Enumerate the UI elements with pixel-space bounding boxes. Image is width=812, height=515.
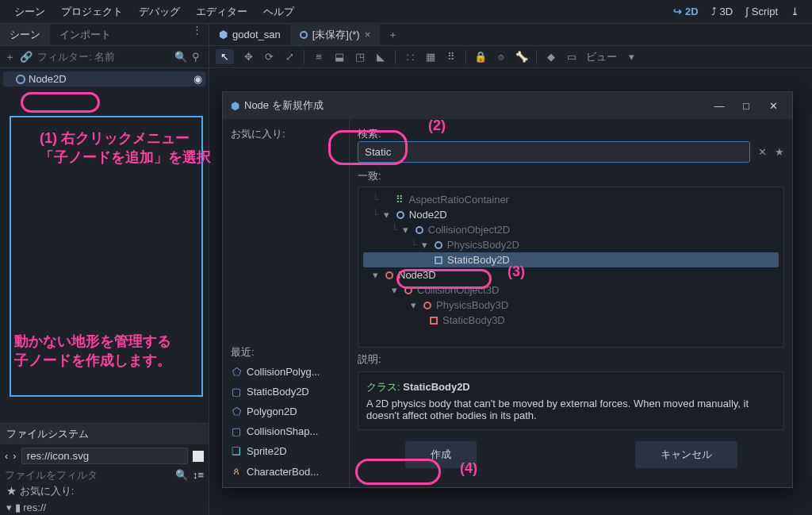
fs-thumb (193, 451, 204, 462)
class-desc: A 2D physics body that can't be moved by… (366, 398, 776, 421)
maximize-icon[interactable]: □ (735, 100, 757, 112)
bone-icon[interactable]: 🦴 (515, 51, 528, 63)
fs-filter-input[interactable] (5, 469, 170, 481)
grid-snap-icon[interactable]: ⸬ (404, 51, 416, 63)
menu-help[interactable]: ヘルプ (255, 5, 302, 19)
misc2-icon[interactable]: ▭ (565, 51, 578, 63)
grid-icon[interactable]: ▦ (424, 51, 437, 63)
menu-editor[interactable]: エディター (188, 5, 255, 19)
left-panel: シーン インポート ⋮ ＋ 🔗 🔍 ⚲ ⋮ Node2D ◉ ファイルシステム … (0, 24, 209, 515)
fs-fwd-icon[interactable]: › (13, 450, 16, 462)
tree-row[interactable]: └▾ CollisionObject2D (363, 222, 779, 237)
rotate-tool[interactable]: ⟳ (262, 51, 275, 63)
match-label: 一致: (358, 169, 784, 183)
favorite-star-icon[interactable]: ★ (775, 146, 784, 158)
scene-toolbar: ＋ 🔗 🔍 ⚲ ⋮ (0, 46, 209, 68)
viewport-toolbar: ↖ ✥ ⟳ ⤢ ≡ ⬓ ◳ ◣ ⸬ ▦ ⠿ 🔒 ⌾ 🦴 ◆ ▭ ビュー ▾ (209, 46, 812, 68)
fs-back-icon[interactable]: ‹ (5, 450, 8, 462)
main-menubar: シーン プロジェクト デバッグ エディター ヘルプ ↪2D ⤴3D ∫Scrip… (0, 0, 812, 24)
view-menu[interactable]: ビュー (586, 50, 617, 64)
search-label: 検索: (358, 127, 784, 141)
search-icon: 🔍 (175, 469, 188, 481)
tree-row[interactable]: ▾ Node3D (363, 267, 779, 282)
dock-options-icon[interactable]: ⋮ (186, 24, 209, 45)
wildcard-icon[interactable]: ⚲ (192, 51, 200, 63)
move-tool[interactable]: ✥ (242, 51, 255, 63)
tree-row[interactable]: └ ⠿ AspectRatioContainer (363, 192, 779, 207)
dialog-body: お気に入り: 最近: ⬠CollisionPolyg... ▢StaticBod… (223, 119, 792, 487)
scale-tool[interactable]: ⤢ (283, 51, 296, 63)
menu-project[interactable]: プロジェクト (53, 5, 131, 19)
close-tab-icon[interactable]: × (365, 29, 371, 40)
workspace-2d[interactable]: ↪2D (667, 6, 705, 17)
menu-scene[interactable]: シーン (6, 5, 53, 19)
tree-row[interactable]: StaticBody3D (363, 313, 779, 328)
create-node-dialog: ⬢ Node を新規作成 — □ ✕ お気に入り: 最近: ⬠Collision… (222, 91, 793, 488)
desc-label: 説明: (358, 352, 784, 367)
lock-icon[interactable]: 🔒 (474, 51, 487, 63)
scene-filter-input[interactable] (37, 51, 171, 63)
match-tree[interactable]: └ ⠿ AspectRatioContainer └▾ Node2D └▾ Co… (358, 186, 784, 348)
node-root-row[interactable]: Node2D ◉ (3, 71, 205, 86)
desc-box: クラス: StaticBody2D A 2D physics body that… (358, 371, 784, 430)
dialog-title: Node を新規作成 (244, 98, 703, 113)
recent-item[interactable]: ⬠CollisionPolyg... (231, 364, 341, 379)
fs-fav-label: お気に入り: (20, 485, 75, 497)
cancel-button[interactable]: キャンセル (635, 441, 737, 468)
fs-res-root[interactable]: ▾ ▮ res:// (0, 500, 209, 515)
tree-row[interactable]: └▾ PhysicsBody2D (363, 237, 779, 252)
dialog-main: 検索: ✕ ★ 一致: └ ⠿ AspectRatioContainer └▾ … (350, 119, 792, 487)
fs-res-label: res:// (23, 502, 46, 513)
tree-row-staticbody2d[interactable]: StaticBody2D (363, 252, 779, 267)
tree-row[interactable]: ▾ PhysicsBody3D (363, 298, 779, 313)
dialog-buttons: 作成 キャンセル (358, 430, 784, 479)
create-button[interactable]: 作成 (405, 441, 477, 468)
tab-scene[interactable]: シーン (0, 24, 50, 45)
pan-tool[interactable]: ◣ (374, 51, 387, 63)
class-name: StaticBody2D (403, 381, 470, 393)
tab-import[interactable]: インポート (50, 24, 121, 45)
workspace-3d[interactable]: ⤴3D (705, 6, 740, 17)
list-tool[interactable]: ≡ (312, 51, 325, 63)
visibility-icon[interactable]: ◉ (193, 73, 202, 85)
fs-path-input[interactable] (21, 448, 188, 464)
snap-tool[interactable]: ⬓ (333, 51, 346, 63)
misc-icon[interactable]: ◆ (545, 51, 557, 63)
recent-item[interactable]: ▢CollisionShap... (231, 424, 341, 439)
scene-icon: ⬢ (219, 29, 228, 40)
group-icon[interactable]: ⌾ (495, 51, 508, 63)
godot-icon: ⬢ (231, 100, 239, 112)
dialog-titlebar[interactable]: ⬢ Node を新規作成 — □ ✕ (223, 92, 792, 119)
close-icon[interactable]: ✕ (762, 100, 784, 112)
recent-item[interactable]: ጰCharacterBod... (231, 463, 341, 479)
tree-row[interactable]: ▾ CollisionObject3D (363, 282, 779, 298)
add-node-icon[interactable]: ＋ (5, 50, 15, 64)
recent-item[interactable]: ▢StaticBody2D (231, 384, 341, 399)
grid-opts-icon[interactable]: ⠿ (445, 51, 458, 63)
tab-godot-san[interactable]: ⬢ godot_san (209, 25, 290, 44)
node2d-icon (16, 75, 25, 84)
search-input[interactable] (358, 141, 750, 163)
minimize-icon[interactable]: — (708, 100, 730, 112)
menu-debug[interactable]: デバッグ (131, 5, 188, 19)
scene-tree: Node2D ◉ (0, 68, 209, 90)
ruler-tool[interactable]: ◳ (354, 51, 366, 63)
select-tool[interactable]: ↖ (216, 49, 234, 64)
workspace-script[interactable]: ∫Script (739, 6, 784, 17)
recent-item[interactable]: ❑Sprite2D (231, 444, 341, 459)
link-icon[interactable]: 🔗 (20, 51, 33, 63)
scene-dock-tabs: シーン インポート ⋮ (0, 24, 209, 46)
tree-row[interactable]: └▾ Node2D (363, 207, 779, 222)
sort-icon[interactable]: ↕≡ (193, 469, 204, 481)
recent-item[interactable]: ⬠Polygon2D (231, 404, 341, 419)
tab-unsaved[interactable]: [未保存](*) × (290, 25, 381, 45)
dialog-sidebar: お気に入り: 最近: ⬠CollisionPolyg... ▢StaticBod… (223, 119, 350, 487)
download-icon[interactable]: ⤓ (784, 6, 806, 17)
recent-label: 最近: (231, 345, 341, 359)
add-tab-icon[interactable]: ＋ (380, 28, 406, 42)
favorites-label: お気に入り: (231, 127, 341, 141)
filesystem-header[interactable]: ファイルシステム (0, 423, 209, 444)
fs-favorites[interactable]: ★ お気に入り: (0, 482, 209, 500)
search-icon: 🔍 (174, 51, 187, 63)
clear-search-icon[interactable]: ✕ (755, 146, 770, 158)
